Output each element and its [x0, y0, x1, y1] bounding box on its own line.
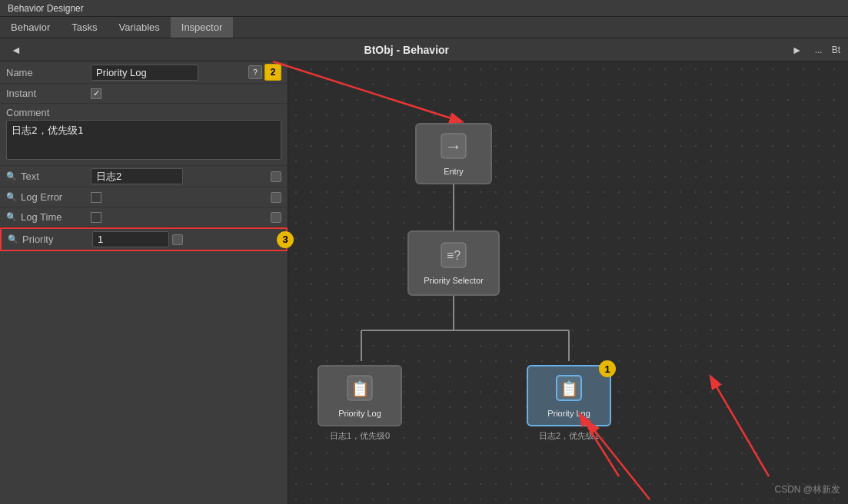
menu-tasks[interactable]: Tasks: [61, 17, 108, 38]
log-error-field: 🔍 Log Error: [0, 187, 288, 207]
log-time-search-icon: 🔍: [6, 212, 17, 222]
inspector-panel: Name ? 2 Instant ✓ Comment: [0, 61, 288, 504]
svg-text:📋: 📋: [560, 380, 579, 398]
text-dot[interactable]: [271, 171, 281, 182]
entry-icon: →: [440, 132, 467, 165]
instant-checkbox[interactable]: ✓: [91, 88, 101, 99]
log-time-dot[interactable]: [271, 212, 281, 223]
toolbar-more[interactable]: ...: [812, 45, 826, 55]
comment-label: Comment: [6, 107, 281, 118]
text-value-row: [91, 168, 281, 184]
name-label: Name: [6, 67, 91, 78]
toolbar: ◄ BtObj - Behavior ► ... Bt: [0, 38, 848, 61]
priority-dot[interactable]: [172, 234, 183, 245]
priority-field: 🔍 Priority 3: [0, 227, 288, 251]
menu-bar: Behavior Tasks Variables Inspector: [0, 17, 848, 38]
priority-log-right-sublabel: 日志2，优先级1: [523, 430, 615, 442]
log-error-value: [91, 192, 281, 203]
priority-log-left-icon: 📋: [346, 374, 374, 407]
priority-log-left-label: Priority Log: [335, 409, 384, 418]
info-button[interactable]: 2: [264, 64, 281, 81]
help-button[interactable]: ?: [248, 65, 262, 79]
comment-area: Comment: [0, 104, 288, 166]
node-entry[interactable]: → Entry: [415, 123, 492, 184]
priority-log-right-label: Priority Log: [544, 409, 594, 418]
text-label: 🔍 Text: [6, 171, 91, 182]
instant-value: ✓: [91, 88, 281, 99]
svg-text:≡?: ≡?: [447, 249, 461, 262]
log-time-field: 🔍 Log Time: [0, 207, 288, 227]
name-field: Name ? 2: [0, 61, 288, 84]
node-priority-log-left[interactable]: 📋 Priority Log: [318, 365, 402, 426]
instant-label: Instant: [6, 88, 91, 99]
toolbar-left-arrow[interactable]: ◄: [5, 44, 28, 56]
badge-1: 1: [599, 360, 616, 377]
log-error-label: 🔍 Log Error: [6, 191, 91, 203]
menu-inspector[interactable]: Inspector: [171, 17, 233, 38]
name-input[interactable]: [91, 65, 198, 81]
priority-selector-icon: ≡?: [440, 241, 467, 274]
toolbar-title: BtObj - Behavior: [31, 44, 783, 56]
comment-textarea[interactable]: [6, 120, 281, 160]
title-bar: Behavior Designer: [0, 0, 848, 17]
priority-value-row: [92, 231, 280, 247]
log-error-checkbox[interactable]: [91, 192, 101, 203]
priority-log-right-icon: 📋: [555, 374, 583, 407]
priority-input[interactable]: [92, 231, 169, 247]
log-error-search-icon: 🔍: [6, 192, 17, 202]
text-input[interactable]: [91, 168, 183, 184]
text-search-icon: 🔍: [6, 171, 17, 181]
log-time-value: [91, 212, 281, 223]
entry-label: Entry: [441, 167, 467, 176]
main-layout: Name ? 2 Instant ✓ Comment: [0, 61, 848, 504]
toolbar-right-arrow[interactable]: ►: [786, 44, 809, 56]
behavior-canvas: → Entry ≡? Priority Selector 📋: [288, 61, 848, 504]
node-priority-log-right[interactable]: 📋 Priority Log 1: [527, 365, 611, 426]
toolbar-bt: Bt: [829, 45, 843, 55]
name-value-row: ? 2: [91, 64, 281, 81]
text-field: 🔍 Text: [0, 166, 288, 187]
priority-log-left-sublabel: 日志1，优先级0: [314, 430, 406, 442]
log-error-dot[interactable]: [271, 192, 281, 203]
app-title: Behavior Designer: [8, 3, 84, 14]
log-time-label: 🔍 Log Time: [6, 211, 91, 223]
log-time-checkbox[interactable]: [91, 212, 101, 223]
node-priority-selector[interactable]: ≡? Priority Selector: [407, 230, 500, 296]
svg-text:→: →: [445, 137, 462, 156]
watermark: CSDN @林新发: [774, 483, 840, 496]
badge-3: 3: [277, 231, 294, 248]
priority-label: 🔍 Priority: [8, 234, 92, 245]
instant-field: Instant ✓: [0, 84, 288, 104]
priority-search-icon: 🔍: [8, 234, 18, 244]
svg-text:📋: 📋: [351, 380, 370, 398]
menu-behavior[interactable]: Behavior: [0, 17, 61, 38]
priority-selector-label: Priority Selector: [421, 276, 487, 285]
menu-variables[interactable]: Variables: [108, 17, 171, 38]
